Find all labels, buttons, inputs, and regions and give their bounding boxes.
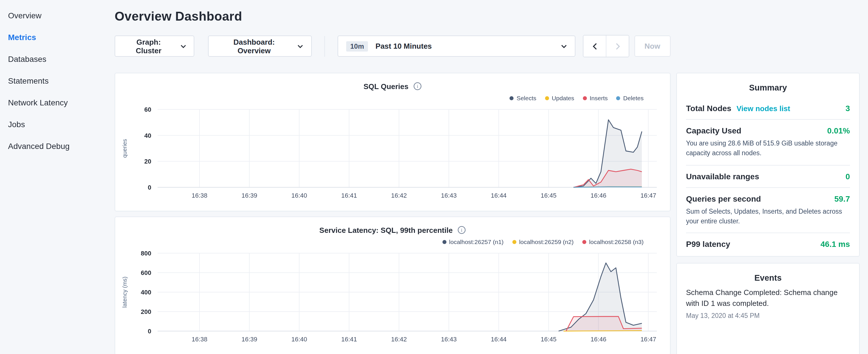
time-forward-button[interactable] [606,35,628,57]
legend-item: Selects [510,95,536,101]
svg-text:16:46: 16:46 [591,192,607,199]
summary-row-p99-latency: P99 latency 46.1 ms [686,232,850,255]
chevron-down-icon [180,44,186,48]
svg-text:16:39: 16:39 [242,336,257,343]
time-range-dropdown[interactable]: 10m Past 10 Minutes [338,35,576,57]
svg-text:16:42: 16:42 [391,192,407,199]
svg-text:16:42: 16:42 [391,336,407,343]
sidebar-item-advanced-debug[interactable]: Advanced Debug [0,135,115,157]
legend-item: localhost:26257 (n1) [442,238,503,245]
toolbar: Graph: Cluster Dashboard: Overview 10m P… [115,35,671,57]
svg-text:40: 40 [145,132,151,139]
svg-text:16:40: 16:40 [291,192,307,199]
svg-text:400: 400 [141,289,151,296]
now-button[interactable]: Now [634,35,671,57]
chart-header: SQL Queriesi [115,73,670,92]
events-panel: Events Schema Change Completed: Schema c… [676,263,860,354]
summary-label: Queries per second [686,194,761,203]
svg-text:16:45: 16:45 [541,192,557,199]
svg-text:60: 60 [145,106,151,113]
right-sidebar: Summary Total Nodes View nodes list 3 Ca… [676,0,860,354]
summary-row-total-nodes: Total Nodes View nodes list 3 [686,97,850,119]
svg-text:800: 800 [141,250,151,257]
svg-text:i: i [461,228,462,233]
sidebar-item-databases[interactable]: Databases [0,48,115,70]
event-item[interactable]: Schema Change Completed: Schema change w… [686,288,850,319]
legend-item: localhost:26259 (n2) [512,238,574,245]
sidebar-item-statements[interactable]: Statements [0,70,115,92]
chart-canvas[interactable]: 16:3816:3916:4016:4116:4216:4316:4416:45… [115,102,670,203]
graph-dropdown[interactable]: Graph: Cluster [115,35,194,57]
svg-text:0: 0 [148,184,151,191]
event-timestamp: May 13, 2020 at 4:45 PM [686,312,850,319]
legend-label: Updates [552,95,574,101]
svg-text:600: 600 [141,269,151,277]
svg-text:16:41: 16:41 [341,336,357,343]
chevron-right-icon [615,43,620,50]
main-content: Overview Dashboard Graph: Cluster Dashbo… [115,0,671,354]
sidebar-item-metrics[interactable]: Metrics [0,26,115,48]
svg-text:latency (ms): latency (ms) [122,277,128,308]
svg-text:16:43: 16:43 [441,192,457,199]
summary-label: Total Nodes [686,104,731,113]
dashboard-dropdown[interactable]: Dashboard: Overview [208,35,312,57]
legend-dot-icon [616,96,620,100]
view-nodes-list-link[interactable]: View nodes list [737,104,790,113]
legend-dot-icon [582,240,586,244]
legend-item: Updates [545,95,574,101]
dashboard-dropdown-label: Dashboard: Overview [217,37,291,55]
time-back-button[interactable] [584,35,606,57]
legend-dot-icon [442,240,446,244]
legend-label: localhost:26257 (n1) [449,238,503,245]
chart-header: Service Latency: SQL, 99th percentilei [115,217,670,236]
summary-value: 46.1 ms [820,239,850,249]
summary-value: 0 [845,171,850,181]
chart-canvas[interactable]: 16:3816:3916:4016:4116:4216:4316:4416:45… [115,246,670,347]
chart-title: Service Latency: SQL, 99th percentile [319,226,453,234]
summary-row-unavailable-ranges: Unavailable ranges 0 [686,165,850,187]
time-range-label: Past 10 Minutes [375,42,432,51]
sidebar: Overview Metrics Databases Statements Ne… [0,0,115,354]
chart-panel-sql-queries: SQL QueriesiSelectsUpdatesInsertsDeletes… [115,73,671,212]
chevron-down-icon [561,44,567,48]
legend-item: Inserts [583,95,608,101]
summary-label: Unavailable ranges [686,171,759,181]
summary-panel: Summary Total Nodes View nodes list 3 Ca… [676,73,860,257]
summary-label: P99 latency [686,239,730,249]
chart-legend: localhost:26257 (n1)localhost:26259 (n2)… [115,237,670,246]
toolbar-divider [324,36,325,57]
svg-text:16:45: 16:45 [541,336,557,343]
legend-label: Selects [517,95,536,101]
summary-description: Sum of Selects, Updates, Inserts, and De… [686,206,850,226]
summary-value: 0.01% [827,126,850,135]
sidebar-item-network-latency[interactable]: Network Latency [0,92,115,114]
svg-text:16:38: 16:38 [192,192,208,199]
svg-text:20: 20 [145,158,151,165]
svg-text:queries: queries [122,139,128,158]
svg-text:16:44: 16:44 [491,192,507,199]
sidebar-item-jobs[interactable]: Jobs [0,114,115,135]
info-icon[interactable]: i [457,226,466,234]
chart-panel-service-latency: Service Latency: SQL, 99th percentileilo… [115,217,671,354]
info-icon[interactable]: i [413,82,422,91]
chart-legend: SelectsUpdatesInsertsDeletes [115,93,670,102]
svg-text:16:47: 16:47 [641,336,656,343]
events-title: Events [686,273,850,282]
legend-dot-icon [512,240,516,244]
chevron-left-icon [593,43,597,50]
svg-text:0: 0 [148,328,151,335]
summary-row-capacity-used: Capacity Used 0.01% You are using 28.6 M… [686,119,850,165]
svg-text:16:44: 16:44 [491,336,507,343]
summary-row-queries-per-second: Queries per second 59.7 Sum of Selects, … [686,187,850,232]
graph-dropdown-label: Graph: Cluster [123,37,174,55]
summary-label: Capacity Used [686,126,741,135]
event-text: Schema Change Completed: Schema change w… [686,288,850,309]
summary-value: 3 [845,104,850,113]
sidebar-item-overview[interactable]: Overview [0,5,115,26]
svg-text:16:46: 16:46 [591,336,607,343]
svg-text:16:43: 16:43 [441,336,457,343]
svg-text:16:47: 16:47 [641,192,656,199]
chart-title: SQL Queries [363,82,408,91]
page-title: Overview Dashboard [115,9,671,24]
summary-title: Summary [686,83,850,92]
